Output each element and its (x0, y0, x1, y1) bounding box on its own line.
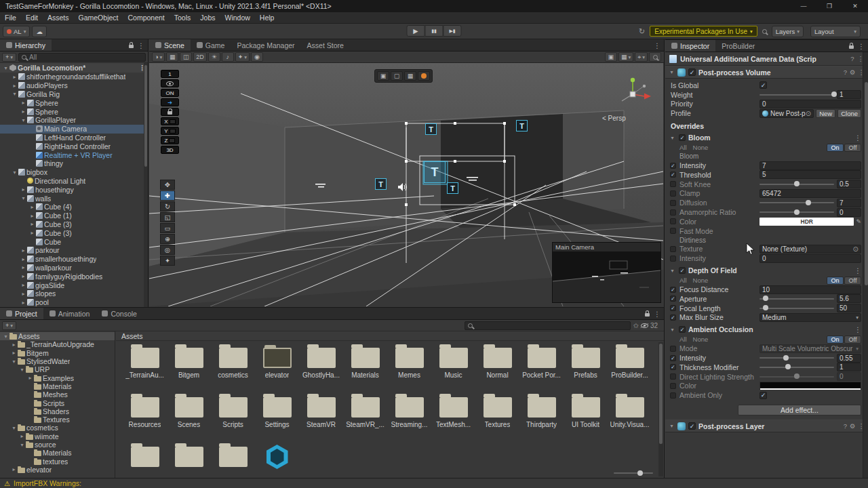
on-button[interactable]: On (827, 336, 844, 344)
project-tree-item[interactable]: ▾StylisedWater (0, 357, 115, 365)
hierarchy-item[interactable]: ▸Cube (1) (0, 211, 148, 220)
on-button[interactable]: On (827, 277, 844, 285)
expand-arrow[interactable]: ▾ (10, 359, 18, 365)
project-folder[interactable]: TextMesh... (431, 392, 475, 442)
override-group-header[interactable]: ▾✓Depth Of Field⋮ (669, 265, 861, 276)
menu-file[interactable]: File (0, 14, 21, 22)
transform-tool[interactable]: ⊕ (160, 234, 175, 244)
override-checkbox[interactable] (670, 209, 676, 216)
hierarchy-scene-row[interactable]: ▾Gorilla Locomotion*⋮ (0, 63, 148, 73)
profile-object-field[interactable]: New Post-proc⊙ (760, 109, 814, 118)
project-tree-item[interactable]: ▾source (0, 441, 115, 449)
expand-arrow[interactable]: ▸ (18, 433, 26, 439)
value-dropdown[interactable]: Medium▾ (760, 313, 861, 322)
rect-tool[interactable]: ▭ (160, 223, 175, 233)
menu-edit[interactable]: Edit (21, 14, 43, 22)
project-tree-item[interactable]: ▸Bitgem (0, 349, 115, 357)
color-field[interactable] (760, 382, 861, 390)
value-field[interactable]: 5 (760, 170, 861, 179)
project-folder[interactable]: Scenes (167, 392, 211, 442)
value-field[interactable]: 7 (760, 161, 861, 170)
expand-arrow[interactable]: ▸ (11, 74, 18, 80)
project-folder[interactable]: elevator (255, 343, 299, 392)
project-folder[interactable]: Resources (123, 392, 167, 442)
slider-knob[interactable] (763, 296, 768, 301)
expand-arrow[interactable]: ▾ (11, 169, 18, 176)
project-folder[interactable]: Streaming... (387, 392, 431, 442)
hierarchy-item[interactable]: Cube (0, 237, 148, 246)
override-checkbox[interactable]: ✓ (670, 163, 676, 169)
off-button[interactable]: Off (844, 336, 861, 344)
project-folder[interactable]: GhostlyHa... (299, 343, 343, 392)
slider-value-field[interactable]: 0.5 (837, 180, 861, 188)
hierarchy-item[interactable]: Directional Light (0, 177, 148, 186)
value-field[interactable]: 0 (760, 100, 861, 108)
clone-profile-button[interactable]: Clone (837, 109, 861, 118)
expand-arrow[interactable]: ▸ (20, 291, 27, 297)
expand-arrow[interactable]: ▸ (10, 466, 18, 472)
project-folder[interactable]: SteamVR_... (343, 392, 387, 442)
expand-arrow[interactable]: ▸ (20, 247, 27, 253)
expand-arrow[interactable]: ▸ (20, 273, 27, 279)
value-checkbox[interactable]: ✓ (760, 392, 767, 399)
close-button[interactable]: ✕ (842, 0, 868, 12)
slider-value-field[interactable]: 50 (837, 304, 861, 312)
hdr-color-field[interactable]: HDR (760, 218, 854, 226)
value-slider[interactable]: 5.6 (760, 294, 861, 303)
scene-overlay-y[interactable]: Y (161, 127, 179, 135)
none-button[interactable]: None (693, 277, 709, 284)
save-search-icon[interactable]: ✩ (633, 322, 638, 329)
value-slider[interactable]: 1 (760, 363, 861, 371)
draw-mode-dropdown[interactable]: ◑▾ (152, 52, 165, 62)
project-tree-item[interactable]: ▾URP (0, 365, 115, 373)
hierarchy-item[interactable]: LeftHand Controller (0, 134, 148, 142)
presets-icon[interactable]: ⚙ (850, 68, 856, 76)
panel-menu-icon[interactable]: ⋮ (654, 310, 661, 318)
project-folder[interactable]: _TerrainAu... (123, 343, 167, 392)
scene-overlay-x[interactable]: X (161, 117, 179, 125)
group-menu-icon[interactable]: ⋮ (854, 325, 862, 333)
add-effect-button[interactable]: Add effect... (738, 405, 861, 415)
slider-track[interactable] (760, 211, 834, 213)
scene-overlay-lock[interactable] (161, 108, 179, 116)
tab-probuilder[interactable]: ProBuilder (715, 40, 761, 52)
tab-game[interactable]: Game (191, 39, 231, 51)
on-button[interactable]: On (827, 144, 844, 152)
expand-arrow[interactable]: ▸ (26, 375, 34, 381)
slider-track[interactable] (760, 308, 834, 309)
override-checkbox[interactable] (670, 228, 676, 234)
project-tree-item[interactable]: ▸elevator (0, 466, 115, 474)
value-dropdown[interactable]: Multi Scale Volumetric Obscur▾ (760, 344, 861, 353)
expand-arrow[interactable]: ▾ (10, 425, 18, 431)
project-tree-item[interactable]: textures (0, 457, 115, 465)
camera-settings-button[interactable]: ▣ (605, 52, 617, 62)
group-menu-icon[interactable]: ⋮ (854, 266, 862, 274)
override-checkbox[interactable] (670, 256, 676, 262)
override-checkbox[interactable] (670, 392, 676, 399)
menu-tools[interactable]: Tools (170, 14, 196, 22)
hierarchy-item[interactable]: ▸Cube (4) (0, 203, 148, 211)
layers-dropdown[interactable]: Layers▾ (772, 26, 804, 37)
hierarchy-search-input[interactable]: All (18, 53, 146, 62)
hierarchy-item[interactable]: ▸shitforthegroundandstufflikethat (0, 73, 148, 81)
expand-arrow[interactable]: ▸ (20, 256, 27, 262)
layout-dropdown[interactable]: Layout▾ (810, 26, 861, 37)
rotate-tool[interactable]: ↻ (160, 201, 175, 211)
slider-value-field[interactable]: 1 (837, 363, 861, 371)
override-checkbox[interactable]: ✓ (670, 314, 676, 321)
scene-visibility-toggle[interactable]: ◉ (251, 52, 263, 62)
slider-track[interactable] (760, 376, 834, 378)
move-tool[interactable]: ✚ (160, 190, 175, 201)
scene-overlay-eye[interactable] (161, 79, 179, 87)
refresh-icon[interactable]: ↻ (639, 27, 645, 36)
slider-value-field[interactable]: 7 (837, 199, 861, 207)
slider-value-field[interactable]: 1 (837, 90, 861, 99)
textmesh-gizmo-selected[interactable]: T (424, 161, 446, 183)
foldout-arrow-icon[interactable]: ▾ (669, 423, 675, 429)
expand-arrow[interactable]: ▸ (20, 100, 27, 106)
panel-menu-icon[interactable]: ⋮ (858, 42, 865, 50)
project-tree-item[interactable]: ▾cosmetics (0, 424, 115, 432)
project-folder[interactable] (167, 442, 211, 479)
frame-button[interactable]: ▢ (391, 71, 403, 81)
menu-component[interactable]: Component (123, 14, 169, 22)
